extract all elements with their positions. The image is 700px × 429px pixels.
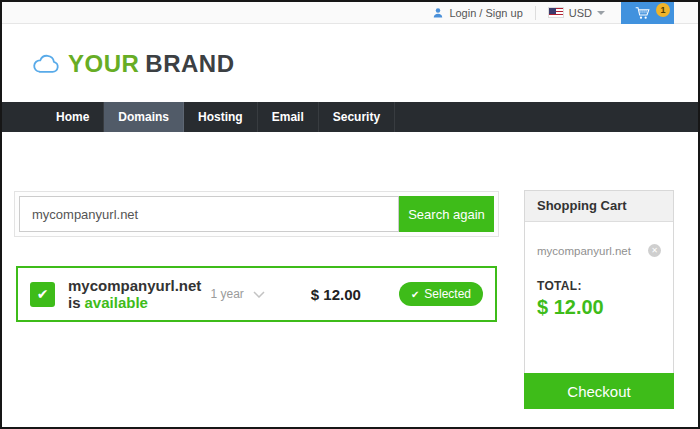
chevron-down-icon <box>253 291 265 298</box>
search-input[interactable] <box>19 196 399 232</box>
nav-item-domains[interactable]: Domains <box>104 102 184 132</box>
page: Login / Sign up USD 1 YOURBRAND <box>0 0 700 429</box>
domain-checkbox[interactable]: ✔ <box>30 282 55 307</box>
status-prefix: is <box>68 294 81 311</box>
search-again-button[interactable]: Search again <box>399 196 494 232</box>
top-bar: Login / Sign up USD 1 <box>2 2 698 24</box>
us-flag-icon <box>548 7 564 18</box>
cart-total-value: $ 12.00 <box>537 296 661 319</box>
checkout-button[interactable]: Checkout <box>524 373 674 409</box>
topbar-divider <box>535 6 536 20</box>
checkmark-icon: ✔ <box>37 286 49 302</box>
status-word: available <box>85 294 148 311</box>
nav-item-security[interactable]: Security <box>319 102 395 132</box>
remove-item-icon[interactable]: ✕ <box>648 244 661 257</box>
cart-button[interactable]: 1 <box>621 2 674 24</box>
currency-selector[interactable]: USD <box>548 7 605 19</box>
logo-word-brand: BRAND <box>145 50 234 77</box>
term-dropdown[interactable]: 1 year <box>211 287 265 301</box>
selected-button[interactable]: ✔ Selected <box>399 282 483 306</box>
login-signup-label: Login / Sign up <box>449 7 522 19</box>
result-domain-status: isavailable <box>68 294 211 311</box>
currency-label: USD <box>569 7 592 19</box>
nav-item-home[interactable]: Home <box>42 102 104 132</box>
cart-item-row: mycompanyurl.net ✕ <box>537 244 661 257</box>
selected-label: Selected <box>424 287 471 301</box>
shopping-cart-panel: Shopping Cart mycompanyurl.net ✕ TOTAL: … <box>524 190 674 409</box>
domain-result-row: ✔ mycompanyurl.net isavailable 1 year $ … <box>16 266 497 322</box>
brand-logo: YOURBRAND <box>68 50 235 78</box>
nav-item-hosting[interactable]: Hosting <box>184 102 258 132</box>
header: YOURBRAND <box>2 25 698 102</box>
login-signup-link[interactable]: Login / Sign up <box>432 7 522 19</box>
cart-title: Shopping Cart <box>525 191 673 222</box>
chevron-down-icon <box>597 11 605 15</box>
domain-search-bar: Search again <box>14 191 499 237</box>
cart-icon <box>635 6 651 20</box>
domain-price: $ 12.00 <box>311 286 361 303</box>
term-label: 1 year <box>211 287 244 301</box>
cart-count-badge: 1 <box>656 3 670 17</box>
cart-item-name: mycompanyurl.net <box>537 245 631 257</box>
cart-total-label: TOTAL: <box>537 279 661 293</box>
checkmark-icon: ✔ <box>411 289 419 300</box>
main-nav: Home Domains Hosting Email Security <box>2 102 698 132</box>
result-domain-name: mycompanyurl.net <box>68 277 211 294</box>
domain-availability: mycompanyurl.net isavailable <box>68 277 211 311</box>
cloud-icon <box>32 54 60 74</box>
nav-item-email[interactable]: Email <box>258 102 319 132</box>
logo-word-your: YOUR <box>68 50 139 77</box>
user-icon <box>432 7 444 19</box>
